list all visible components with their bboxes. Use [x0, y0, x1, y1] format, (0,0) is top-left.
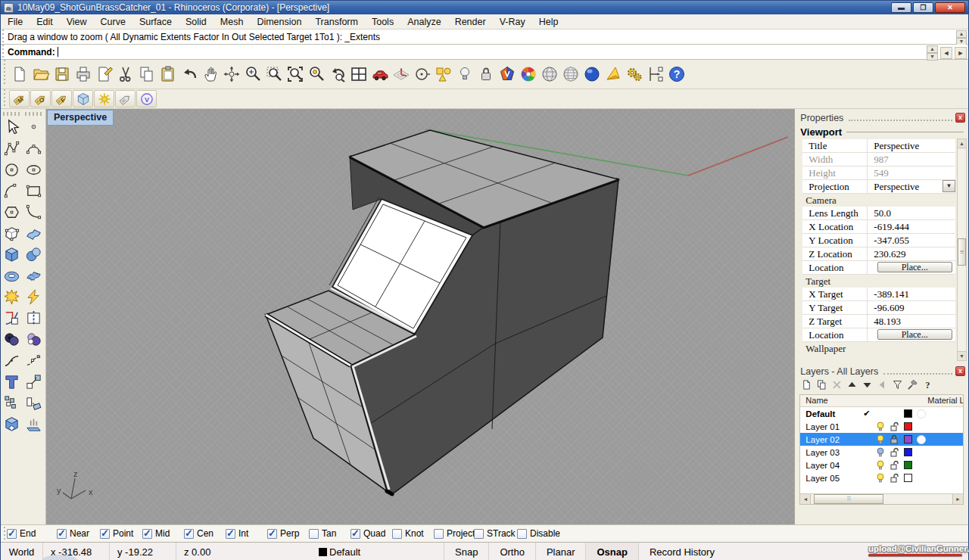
- scrollbar-thumb[interactable]: [958, 238, 966, 266]
- property-value[interactable]: 48.193: [868, 315, 955, 328]
- target-section-label[interactable]: Target: [802, 275, 955, 288]
- property-value[interactable]: Place...: [868, 328, 955, 341]
- paste-icon[interactable]: [157, 64, 179, 85]
- text-object-icon[interactable]: [1, 371, 22, 392]
- color-wheel-icon[interactable]: [518, 64, 539, 85]
- toggle-ortho[interactable]: Ortho: [488, 543, 535, 560]
- projection-dropdown-icon[interactable]: ▼: [943, 180, 955, 192]
- camera-section-label[interactable]: Camera: [802, 194, 955, 207]
- column-name[interactable]: Name: [800, 395, 827, 406]
- tools-icon[interactable]: [907, 379, 918, 393]
- surface-patch-icon[interactable]: [23, 265, 44, 286]
- new-file-icon[interactable]: [9, 64, 30, 85]
- boolean-difference-icon[interactable]: [1, 328, 22, 350]
- property-value[interactable]: -96.609: [868, 301, 955, 314]
- zoom-selected-icon[interactable]: [306, 64, 327, 85]
- layer-color-swatch[interactable]: [901, 461, 914, 469]
- command-history-scrollbar[interactable]: ▲▼: [956, 30, 967, 43]
- properties-close-icon[interactable]: x: [955, 113, 965, 123]
- hscrollbar-thumb[interactable]: [814, 494, 883, 504]
- properties-scrollbar[interactable]: ▲ ▼: [957, 138, 967, 361]
- checkbox-project[interactable]: [434, 529, 444, 539]
- layers-close-icon[interactable]: x: [955, 366, 965, 376]
- checkbox-tan[interactable]: [309, 529, 319, 539]
- property-value[interactable]: 230.629: [868, 247, 955, 260]
- object-light-icon[interactable]: [454, 64, 475, 85]
- surface-curved-icon[interactable]: [23, 222, 44, 244]
- osnap-point[interactable]: Point: [100, 528, 133, 539]
- menu-mesh[interactable]: Mesh: [213, 15, 251, 29]
- new-layer-icon[interactable]: [801, 379, 812, 393]
- layer-color-swatch[interactable]: [901, 448, 914, 456]
- checkbox-near[interactable]: [57, 529, 67, 539]
- osnap-quad[interactable]: Quad: [351, 528, 385, 539]
- circle-center-icon[interactable]: [1, 159, 22, 180]
- scroll-right-icon[interactable]: ►: [952, 494, 963, 504]
- array-icon[interactable]: [1, 392, 22, 413]
- scroll-left-icon[interactable]: ◄: [800, 494, 811, 504]
- explode-icon[interactable]: [1, 286, 22, 307]
- zoom-extents-icon[interactable]: [285, 64, 306, 85]
- vray-tag-gray-icon[interactable]: [115, 90, 136, 107]
- menu-analyze[interactable]: Analyze: [400, 15, 447, 29]
- polygon-icon[interactable]: [1, 201, 22, 222]
- menu-surface[interactable]: Surface: [132, 15, 179, 29]
- layer-bulb-icon[interactable]: [874, 447, 887, 457]
- vray-tag-o-icon[interactable]: [30, 90, 51, 107]
- restore-button[interactable]: ❐: [913, 2, 933, 13]
- layer-lock-icon[interactable]: [887, 473, 901, 483]
- checkbox-int[interactable]: [226, 529, 235, 539]
- save-file-icon[interactable]: [51, 64, 73, 85]
- osnap-knot[interactable]: Knot: [392, 528, 424, 539]
- brass-catcher-model[interactable]: [266, 130, 618, 494]
- toggle-snap[interactable]: Snap: [444, 543, 488, 560]
- solid-box-icon[interactable]: [1, 244, 22, 265]
- layer-color-swatch[interactable]: [901, 435, 914, 443]
- layer-material-icon[interactable]: [914, 435, 928, 444]
- menu-vray[interactable]: V-Ray: [493, 15, 532, 29]
- cplane-indicator[interactable]: World: [1, 543, 43, 560]
- history-forward-icon[interactable]: ►: [955, 47, 967, 59]
- set-origin-icon[interactable]: [412, 64, 433, 85]
- osnap-int[interactable]: Int: [226, 528, 248, 539]
- toggle-record-history[interactable]: Record History: [638, 543, 725, 560]
- single-point-icon[interactable]: [23, 117, 44, 138]
- four-viewports-icon[interactable]: [348, 64, 369, 85]
- layer-bulb-icon[interactable]: [874, 434, 887, 444]
- checkbox-disable[interactable]: [517, 529, 527, 539]
- menu-curve[interactable]: Curve: [94, 15, 132, 29]
- model-canvas[interactable]: z y x: [46, 109, 794, 524]
- orient-icon[interactable]: [23, 392, 44, 413]
- vray-tag-f-icon[interactable]: [51, 90, 72, 107]
- osnap-strack[interactable]: STrack: [474, 528, 516, 539]
- property-value[interactable]: Place...: [868, 261, 955, 274]
- named-views-icon[interactable]: [369, 64, 391, 85]
- layer-bulb-icon[interactable]: [874, 460, 887, 470]
- layer-lock-icon[interactable]: [887, 460, 901, 470]
- layer-name[interactable]: Layer 01: [800, 422, 863, 431]
- control-point-curve-icon[interactable]: [1, 138, 22, 159]
- menu-transform[interactable]: Transform: [308, 15, 365, 29]
- close-button[interactable]: ✕: [935, 2, 965, 13]
- vray-tag-m-icon[interactable]: [9, 90, 30, 107]
- arc-icon[interactable]: [1, 180, 22, 201]
- property-value[interactable]: 50.0: [868, 207, 955, 219]
- spin-down-icon[interactable]: ▼: [927, 53, 938, 61]
- checkbox-cen[interactable]: [184, 529, 194, 539]
- filter-icon[interactable]: [892, 379, 903, 393]
- layers-column-header[interactable]: Name Material Lin: [800, 395, 963, 407]
- toolbar-grip[interactable]: [1, 45, 5, 59]
- spin-up-icon[interactable]: ▲: [927, 45, 938, 53]
- interpolate-curve-icon[interactable]: [23, 138, 44, 159]
- osnap-mid[interactable]: Mid: [142, 528, 170, 539]
- boolean-union-icon[interactable]: [23, 328, 44, 350]
- place-button[interactable]: Place...: [877, 262, 952, 272]
- solid-torus-icon[interactable]: [1, 265, 22, 286]
- dimension-icon[interactable]: [645, 64, 666, 85]
- conic-icon[interactable]: [23, 201, 44, 222]
- osnap-tan[interactable]: Tan: [309, 528, 336, 539]
- collapse-icon[interactable]: [877, 379, 888, 393]
- select-cursor-icon[interactable]: [1, 117, 22, 138]
- menu-tools[interactable]: Tools: [365, 15, 400, 29]
- layer-name[interactable]: Layer 05: [800, 474, 863, 483]
